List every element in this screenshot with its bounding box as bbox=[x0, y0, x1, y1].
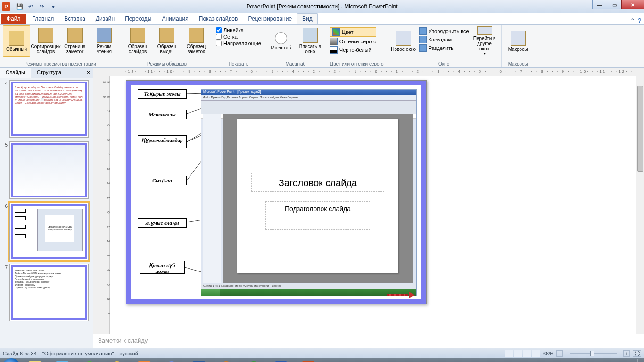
gridlines-checkbox[interactable]: Сетка bbox=[216, 34, 261, 40]
ribbon: Обычный Сортировщик слайдов Страница зам… bbox=[0, 25, 644, 68]
zoom-out-button[interactable]: − bbox=[556, 350, 563, 357]
callout-work-area[interactable]: Жұмыс алаңы bbox=[138, 218, 187, 228]
slide-thumbnail[interactable]: Заголовок слайдаПодзаголовок слайда bbox=[9, 203, 89, 260]
thumb-number: 6 bbox=[2, 203, 8, 260]
taskbar-app[interactable] bbox=[76, 360, 103, 362]
notes-page-button[interactable]: Страница заметок bbox=[61, 25, 89, 57]
fit-to-window-icon[interactable]: ⛶ bbox=[633, 350, 641, 357]
taskbar-powerpoint[interactable]: P bbox=[295, 360, 322, 362]
cascade-button[interactable]: Каскадом bbox=[419, 36, 469, 43]
tab-slideshow[interactable]: Показ слайдов bbox=[194, 13, 243, 24]
taskbar-app[interactable] bbox=[104, 360, 130, 362]
slide-master-button[interactable]: Образец слайдов bbox=[124, 25, 151, 57]
handout-master-button[interactable]: Образец выдач bbox=[153, 25, 181, 57]
reading-view-button[interactable]: Режим чтения bbox=[91, 25, 118, 57]
callout-title-bar[interactable]: Тақырып жолы bbox=[138, 89, 187, 99]
notes-master-button[interactable]: Образец заметок bbox=[182, 25, 210, 57]
reading-view-icon[interactable] bbox=[523, 350, 531, 357]
group-zoom: Масштаб Вписать в окно Масштаб bbox=[264, 25, 327, 67]
tab-insert[interactable]: Вставка bbox=[59, 13, 91, 24]
callout-status-bar[interactable]: Қалып-күй жолы bbox=[140, 261, 185, 274]
vertical-scrollbar[interactable] bbox=[636, 76, 644, 334]
undo-icon[interactable]: ↶ bbox=[25, 1, 36, 12]
zoom-button[interactable]: Масштаб bbox=[267, 25, 295, 57]
color-button[interactable]: Цвет bbox=[330, 27, 376, 37]
group-label: Макросы bbox=[504, 60, 532, 66]
file-tab[interactable]: Файл bbox=[1, 14, 26, 24]
slideshow-view-icon[interactable] bbox=[532, 350, 540, 357]
help-icon[interactable]: ? bbox=[638, 17, 641, 24]
ribbon-minimize-icon[interactable]: ⌃ bbox=[630, 17, 635, 24]
taskbar-app[interactable] bbox=[240, 360, 267, 362]
callout-menu-bar[interactable]: Менюжолы bbox=[138, 110, 187, 119]
group-presentation-views: Обычный Сортировщик слайдов Страница зам… bbox=[0, 25, 121, 67]
redo-icon[interactable]: ↷ bbox=[37, 1, 47, 12]
window-title: PowerPoint [Режим совместимости] - Micro… bbox=[246, 3, 397, 10]
tab-transitions[interactable]: Переходы bbox=[120, 13, 157, 24]
group-show: Линейка Сетка Направляющие Показать bbox=[213, 25, 264, 67]
sorter-view-icon[interactable] bbox=[514, 350, 522, 357]
group-label: Окно bbox=[390, 60, 498, 66]
thumb-number: 7 bbox=[2, 264, 8, 321]
tab-design[interactable]: Дизайн bbox=[91, 13, 120, 24]
blackwhite-button[interactable]: Черно-белый bbox=[330, 46, 376, 54]
taskbar-word[interactable]: W bbox=[268, 360, 294, 362]
arrange-all-button[interactable]: Упорядочить все bbox=[419, 27, 469, 35]
close-button[interactable]: ✕ bbox=[621, 0, 644, 9]
taskbar-explorer[interactable] bbox=[22, 360, 48, 362]
outline-tab[interactable]: Структура bbox=[31, 68, 67, 78]
switch-windows-button[interactable]: Перейти в другое окно▾ bbox=[471, 25, 498, 57]
thumbnails-list[interactable]: 4Іске қосу жолдары: Бастау – Бағдарламал… bbox=[0, 78, 93, 348]
ruler-checkbox[interactable]: Линейка bbox=[216, 27, 261, 33]
maximize-button[interactable]: ▭ bbox=[607, 0, 622, 9]
slide-thumbnail[interactable] bbox=[9, 141, 89, 199]
tab-animations[interactable]: Анимация bbox=[157, 13, 193, 24]
new-window-button[interactable]: Новое окно bbox=[390, 25, 417, 57]
mock-menu-bar: Файл Правка Вид Вставка Формат Сервис По… bbox=[201, 95, 416, 101]
slide-thumbnail[interactable]: Іске қосу жолдары: Бастау – Бағдарламала… bbox=[9, 80, 89, 138]
callout-ruler[interactable]: Сызғыш bbox=[138, 176, 187, 185]
save-icon[interactable]: 💾 bbox=[14, 1, 25, 12]
guides-checkbox[interactable]: Направляющие bbox=[216, 41, 261, 46]
taskbar-media-player[interactable] bbox=[213, 360, 239, 362]
tab-review[interactable]: Рецензирование bbox=[243, 13, 297, 24]
current-slide[interactable]: Тақырып жолы Менюжолы Құрал-саймандар Сы… bbox=[126, 80, 427, 304]
slide-canvas[interactable]: Тақырып жолы Менюжолы Құрал-саймандар Сы… bbox=[110, 76, 636, 334]
slides-tab[interactable]: Слайды bbox=[0, 68, 31, 78]
taskbar-app[interactable] bbox=[158, 360, 185, 362]
fit-to-window-button[interactable]: Вписать в окно bbox=[297, 25, 324, 57]
tab-home[interactable]: Главная bbox=[27, 13, 59, 24]
status-language[interactable]: русский bbox=[119, 351, 138, 356]
show-desktop-button[interactable] bbox=[637, 359, 642, 362]
mock-slide-subtitle: Подзаголовок слайда bbox=[265, 201, 370, 230]
mock-taskbar bbox=[201, 289, 416, 296]
slide-thumbnail[interactable]: Microsoft PowerPoint менюіФайл – Microso… bbox=[9, 264, 89, 321]
callout-toolbars[interactable]: Құрал-саймандар bbox=[138, 135, 187, 148]
normal-view-button[interactable]: Обычный bbox=[3, 25, 30, 57]
horizontal-ruler bbox=[101, 68, 644, 76]
notes-pane[interactable]: Заметки к слайду bbox=[93, 334, 644, 348]
status-slide-number: Слайд 6 из 34 bbox=[3, 351, 37, 356]
grayscale-button[interactable]: Оттенки серого bbox=[330, 38, 376, 45]
panel-close-icon[interactable]: × bbox=[84, 68, 93, 78]
thumb-number: 4 bbox=[2, 80, 8, 138]
qat-dropdown-icon[interactable]: ▾ bbox=[48, 1, 58, 12]
normal-view-icon[interactable] bbox=[505, 350, 513, 357]
ribbon-tabs: Файл Главная Вставка Дизайн Переходы Ани… bbox=[0, 13, 644, 25]
main-area: Слайды Структура × 4Іске қосу жолдары: Б… bbox=[0, 68, 644, 348]
minimize-button[interactable]: — bbox=[592, 0, 607, 9]
zoom-percent[interactable]: 66% bbox=[543, 351, 553, 356]
slide-sorter-button[interactable]: Сортировщик слайдов bbox=[32, 25, 59, 57]
window-controls: — ▭ ✕ bbox=[592, 0, 644, 9]
app-icon: P bbox=[2, 2, 10, 11]
zoom-in-button[interactable]: + bbox=[623, 350, 630, 357]
taskbar-app[interactable] bbox=[49, 360, 75, 362]
split-button[interactable]: Разделить bbox=[419, 44, 469, 52]
zoom-slider[interactable] bbox=[570, 353, 617, 354]
start-button[interactable] bbox=[2, 358, 21, 362]
slides-panel: Слайды Структура × 4Іске қосу жолдары: Б… bbox=[0, 68, 93, 348]
taskbar-app[interactable] bbox=[131, 360, 157, 362]
taskbar-app[interactable]: 4G bbox=[186, 360, 212, 362]
tab-view[interactable]: Вид bbox=[297, 13, 318, 24]
macros-button[interactable]: Макросы bbox=[504, 25, 532, 57]
